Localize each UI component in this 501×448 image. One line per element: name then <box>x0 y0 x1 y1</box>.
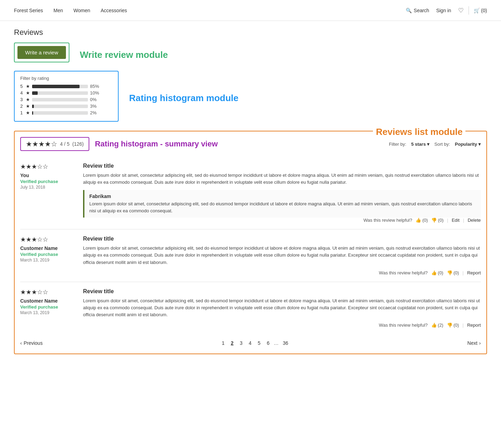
summary-row: ★★★★☆ 4 / 5 (126) Rating histogram - sum… <box>20 137 481 151</box>
page-number-6[interactable]: 6 <box>265 340 272 347</box>
review-body: Lorem ipsum dolor sit amet, consectetur … <box>83 172 481 186</box>
histogram-row-1[interactable]: 1 ★ 2% <box>20 110 112 115</box>
search-icon: 🔍 <box>406 8 412 13</box>
delete-button[interactable]: Delete <box>468 218 481 223</box>
nav-item-men[interactable]: Men <box>53 8 63 13</box>
summary-controls: Filter by: 5 stars ▾ Sort by: Popularity… <box>389 142 481 147</box>
wishlist-icon[interactable]: ♡ <box>458 7 464 14</box>
thumbs-down-icon: 👎 <box>447 270 453 275</box>
histogram-module: Filter by rating 5 ★ 85% 4 ★ 10% 3 ★ 0% … <box>14 71 119 122</box>
hist-pct: 10% <box>90 90 101 96</box>
nav-item-forest[interactable]: Forest Series <box>14 8 43 13</box>
nav-divider <box>469 6 469 15</box>
thumbs-up-icon: 👍 <box>431 322 437 328</box>
filter-label: Filter by: <box>389 142 406 147</box>
verified-badge: Verified purchase <box>20 304 76 310</box>
hist-num: 3 <box>20 97 24 102</box>
reviews-list-module-label: Reviews list module <box>373 127 465 137</box>
review-title: Review title <box>83 236 481 242</box>
prev-button[interactable]: ‹ Previous <box>20 340 43 346</box>
sort-label: Sort by: <box>434 142 450 147</box>
hist-bar-fill <box>32 91 38 95</box>
hist-bar-bg <box>32 91 88 95</box>
search-button[interactable]: 🔍 Search <box>406 8 429 13</box>
thumbs-up-icon: 👍 <box>416 218 421 223</box>
signin-button[interactable]: Sign in <box>436 8 451 13</box>
thumbs-down-icon: 👎 <box>431 218 437 223</box>
nav-right: 🔍 Search Sign in ♡ 🛒 (0) <box>406 6 487 15</box>
search-label: Search <box>414 8 429 13</box>
hist-pct: 0% <box>90 97 101 102</box>
histogram-row-3[interactable]: 3 ★ 0% <box>20 97 112 102</box>
write-review-button[interactable]: Write a review <box>17 46 66 59</box>
write-review-module: Write a review <box>14 43 69 62</box>
thumbs-up-count: (2) <box>438 322 443 328</box>
histogram-row-5[interactable]: 5 ★ 85% <box>20 84 112 89</box>
cart-icon[interactable]: 🛒 (0) <box>474 8 487 13</box>
page-number-4[interactable]: 4 <box>247 340 254 347</box>
thumbs-up-button[interactable]: 👍 (2) <box>431 322 443 328</box>
sort-value[interactable]: Popularity ▾ <box>455 142 481 147</box>
edit-button[interactable]: Edit <box>452 218 459 223</box>
thumbs-up-button[interactable]: 👍 (0) <box>431 270 443 275</box>
page-number-1[interactable]: 1 <box>220 340 227 347</box>
hist-num: 2 <box>20 104 24 109</box>
thumbs-up-button[interactable]: 👍 (0) <box>416 218 428 223</box>
page-number-3[interactable]: 3 <box>238 340 245 347</box>
page-title: Reviews <box>14 28 487 37</box>
reviewer-name: You <box>20 173 76 178</box>
review-left: ★★★☆☆ You Verified purchase July 13, 201… <box>20 163 76 223</box>
review-right: Review title Lorem ipsum dolor sit amet,… <box>83 236 481 275</box>
summary-count: (126) <box>72 141 84 147</box>
page-last[interactable]: 36 <box>281 340 290 347</box>
nav-item-accessories[interactable]: Accessories <box>100 8 127 13</box>
pagination: ‹ Previous 123456…36 Next › <box>20 334 481 348</box>
review-body: Lorem ipsum dolor sit amet, consectetur … <box>83 245 481 266</box>
review-right: Review title Lorem ipsum dolor sit amet,… <box>83 288 481 328</box>
review-card: ★★★☆☆ Customer Name Verified purchase Ma… <box>20 229 481 282</box>
reviewer-name: Customer Name <box>20 298 76 304</box>
filter-value[interactable]: 5 stars ▾ <box>411 142 429 147</box>
review-card: ★★★☆☆ You Verified purchase July 13, 201… <box>20 157 481 229</box>
chevron-left-icon: ‹ <box>20 340 22 346</box>
next-label: Next <box>468 340 478 346</box>
hist-bar-fill <box>32 105 34 108</box>
review-card: ★★★☆☆ Customer Name Verified purchase Ma… <box>20 282 481 334</box>
histogram-bars: 5 ★ 85% 4 ★ 10% 3 ★ 0% 2 ★ 3% 1 ★ 2% <box>20 84 112 115</box>
hist-num: 1 <box>20 110 24 115</box>
next-button[interactable]: Next › <box>468 340 481 346</box>
histogram-row-4[interactable]: 4 ★ 10% <box>20 90 112 96</box>
histogram-filter-label: Filter by rating <box>20 76 112 81</box>
chevron-right-icon: › <box>479 340 481 346</box>
navigation: Forest Series Men Women Accessories 🔍 Se… <box>0 0 501 21</box>
vendor-name: Fabrikam <box>89 193 476 199</box>
thumbs-down-button[interactable]: 👎 (0) <box>447 322 459 328</box>
review-actions: Was this review helpful? 👍 (0) 👎 (0) | E… <box>83 218 481 223</box>
hist-num: 5 <box>20 84 24 89</box>
report-button[interactable]: Report <box>467 270 481 275</box>
nav-item-women[interactable]: Women <box>73 8 90 13</box>
summary-stars: ★★★★☆ <box>26 140 57 148</box>
review-actions: Was this review helpful? 👍 (2) 👎 (0) | R… <box>83 322 481 328</box>
hist-bar-fill <box>32 111 33 115</box>
hist-star-icon: ★ <box>26 90 30 96</box>
thumbs-down-icon: 👎 <box>447 322 453 328</box>
histogram-row-2[interactable]: 2 ★ 3% <box>20 104 112 109</box>
review-stars: ★★★☆☆ <box>20 163 76 170</box>
page-content: Reviews Write a review Write review modu… <box>0 21 501 361</box>
prev-label: Previous <box>24 340 43 346</box>
thumbs-down-button[interactable]: 👎 (0) <box>431 218 443 223</box>
hist-bar-bg <box>32 98 88 101</box>
hist-bar-fill <box>32 85 80 88</box>
hist-star-icon: ★ <box>26 97 30 102</box>
summary-score: 4 / 5 <box>60 141 69 147</box>
thumbs-down-count: (0) <box>454 270 459 275</box>
review-date: March 13, 2019 <box>20 258 76 263</box>
page-number-2[interactable]: 2 <box>229 340 235 347</box>
page-number-5[interactable]: 5 <box>256 340 263 347</box>
report-button[interactable]: Report <box>467 322 481 328</box>
nav-left: Forest Series Men Women Accessories <box>14 8 127 13</box>
thumbs-down-button[interactable]: 👎 (0) <box>447 270 459 275</box>
write-review-module-label: Write review module <box>80 50 168 60</box>
thumbs-up-icon: 👍 <box>431 270 437 275</box>
